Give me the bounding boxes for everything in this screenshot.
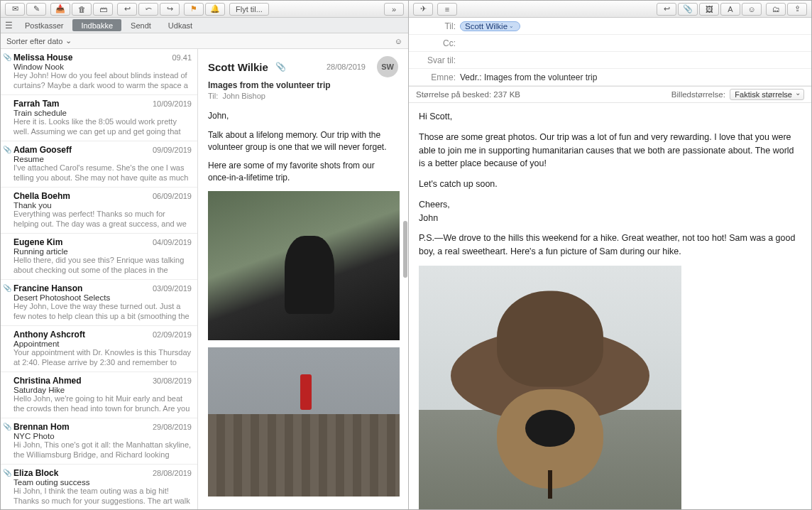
attachment-icon: 📎 bbox=[3, 469, 11, 477]
reading-sender: Scott Wilkie bbox=[208, 61, 268, 73]
avatar: SW bbox=[377, 56, 398, 77]
message-date: 10/09/2019 bbox=[153, 99, 192, 108]
attachment-image-1[interactable] bbox=[208, 191, 400, 340]
format-icon[interactable]: A bbox=[720, 3, 740, 16]
message-date: 09/09/2019 bbox=[153, 146, 192, 154]
mail-icon[interactable]: ✉ bbox=[5, 3, 25, 16]
sidebar-toggle-icon[interactable]: ☰ bbox=[1, 18, 16, 33]
message-date: 06/09/2019 bbox=[153, 192, 192, 200]
send-icon[interactable]: ✈ bbox=[413, 3, 433, 16]
compose-body[interactable]: Hi Scott, Those are some great photos. O… bbox=[409, 103, 811, 509]
compose-icon[interactable]: ✎ bbox=[26, 3, 46, 16]
message-preview: Hi John, I think the team outing was a b… bbox=[13, 487, 192, 506]
message-from: Adam Gooseff bbox=[13, 145, 153, 155]
scrollbar-thumb[interactable] bbox=[403, 221, 407, 278]
message-preview: Here it is. Looks like the 8:05 would wo… bbox=[13, 117, 192, 137]
media-browser-icon[interactable]: 🗂 bbox=[766, 3, 786, 16]
attachment-icon: 📎 bbox=[3, 53, 11, 61]
message-size-value: 237 KB bbox=[493, 90, 520, 99]
message-date: 02/09/2019 bbox=[153, 330, 192, 339]
message-subject: Saturday Hike bbox=[13, 386, 192, 394]
message-row[interactable]: 📎Eliza Block28/08/2019Team outing succes… bbox=[1, 465, 197, 509]
emoji-icon[interactable]: ☺ bbox=[742, 3, 762, 16]
message-row[interactable]: Eugene Kim04/09/2019Running articleHello… bbox=[1, 234, 197, 280]
message-subject: Thank you bbox=[13, 201, 192, 210]
message-subject: Resume bbox=[13, 155, 192, 163]
cc-field[interactable] bbox=[460, 38, 806, 48]
message-preview: Everything was perfect! Thanks so much f… bbox=[13, 210, 192, 229]
image-size-select[interactable]: Faktisk størrelse bbox=[730, 89, 804, 100]
attach-icon[interactable]: 📎 bbox=[678, 3, 698, 16]
subject-field[interactable] bbox=[460, 72, 806, 82]
message-list[interactable]: 📎Melissa House09.41Window NookHey John! … bbox=[1, 49, 198, 509]
message-preview: Hello John, we're going to hit Muir earl… bbox=[13, 394, 192, 414]
message-from: Farrah Tam bbox=[13, 99, 153, 109]
reply-to-label: Svar til: bbox=[415, 55, 460, 65]
message-row[interactable]: 📎Adam Gooseff09/09/2019ResumeI've attach… bbox=[1, 141, 197, 188]
message-subject: Desert Photoshoot Selects bbox=[13, 293, 192, 302]
message-row[interactable]: Christina Ahmed30/08/2019Saturday HikeHe… bbox=[1, 372, 197, 418]
message-preview: I've attached Carol's resume. She's the … bbox=[13, 163, 192, 183]
attachment-icon: 📎 bbox=[3, 423, 11, 430]
message-date: 29/08/2019 bbox=[153, 423, 192, 431]
archive-icon[interactable]: 📥 bbox=[50, 3, 70, 16]
message-row[interactable]: 📎Francine Hanson03/09/2019Desert Photosh… bbox=[1, 280, 197, 326]
mail-toolbar: ✉ ✎ 📥 🗑 🗃 ↩ ⤺ ↪ ⚑ 🔔 Flyt til... » bbox=[1, 1, 408, 18]
message-preview: Your appointment with Dr. Knowles is thi… bbox=[13, 348, 192, 368]
attachment-icon: 📎 bbox=[3, 284, 11, 292]
reading-p1: Talk about a lifelong memory. Our trip w… bbox=[208, 129, 398, 153]
recipient-token[interactable]: Scott Wilkie⌄ bbox=[460, 21, 520, 31]
junk-icon[interactable]: 🗃 bbox=[93, 3, 113, 16]
trash-icon[interactable]: 🗑 bbox=[72, 3, 92, 16]
inline-image-dog[interactable] bbox=[419, 266, 681, 509]
reading-date: 28/08/2019 bbox=[327, 63, 366, 71]
message-from: Brennan Hom bbox=[13, 422, 153, 432]
message-row[interactable]: Chella Boehm06/09/2019Thank youEverythin… bbox=[1, 188, 197, 234]
message-row[interactable]: 📎Brennan Hom29/08/2019NYC PhotoHi John, … bbox=[1, 418, 197, 465]
compose-p1: Those are some great photos. Our trip wa… bbox=[419, 131, 801, 170]
compose-reply-icon[interactable]: ↩ bbox=[657, 3, 676, 16]
forward-icon[interactable]: ↪ bbox=[160, 3, 180, 16]
message-subject: Appointment bbox=[13, 340, 192, 348]
compose-ps: P.S.—We drove to the hills this weekend … bbox=[419, 232, 801, 259]
sort-bar[interactable]: Sorter efter dato ⌄ ☺ bbox=[1, 33, 408, 49]
move-to-dropdown[interactable]: Flyt til... bbox=[229, 3, 269, 16]
message-row[interactable]: Anthony Ashcroft02/09/2019AppointmentYou… bbox=[1, 326, 197, 372]
flag-icon[interactable]: ⚑ bbox=[184, 3, 204, 16]
tab-sendt[interactable]: Sendt bbox=[122, 18, 160, 33]
message-row[interactable]: 📎Melissa House09.41Window NookHey John! … bbox=[1, 49, 197, 95]
header-fields-icon[interactable]: ≡ bbox=[437, 3, 457, 16]
chevron-down-icon: ⌄ bbox=[509, 23, 514, 29]
message-from: Anthony Ashcroft bbox=[13, 330, 153, 340]
compose-signoff-1: Cheers, bbox=[419, 198, 801, 212]
reply-to-field[interactable] bbox=[460, 55, 806, 65]
attachment-image-2[interactable] bbox=[208, 347, 400, 497]
message-preview: Hello there, did you see this? Enrique w… bbox=[13, 256, 192, 276]
message-date: 09.41 bbox=[172, 53, 192, 62]
message-preview: Hey John, Love the way these turned out.… bbox=[13, 302, 192, 322]
tab-postkasser[interactable]: Postkasser bbox=[16, 18, 72, 33]
message-subject: Team outing success bbox=[13, 478, 192, 487]
filter-icon[interactable]: ☺ bbox=[395, 37, 402, 45]
tab-udkast[interactable]: Udkast bbox=[160, 18, 201, 33]
reading-subject: Images from the volunteer trip bbox=[208, 80, 398, 90]
message-from: Francine Hanson bbox=[13, 283, 153, 293]
message-row[interactable]: Farrah Tam10/09/2019Train scheduleHere i… bbox=[1, 95, 197, 141]
message-subject: Window Nook bbox=[13, 63, 192, 71]
message-subject: Train schedule bbox=[13, 109, 192, 117]
share-icon[interactable]: ⇪ bbox=[787, 3, 807, 16]
compose-toolbar: ✈ ≡ ↩ 📎 🖼 A ☺ 🗂 ⇪ bbox=[409, 1, 811, 18]
reply-icon[interactable]: ↩ bbox=[117, 3, 137, 16]
message-size-label: Størrelse på besked: bbox=[416, 90, 491, 99]
message-date: 04/09/2019 bbox=[153, 238, 192, 246]
tab-indbakke[interactable]: Indbakke bbox=[72, 19, 121, 31]
toolbar-expand-icon[interactable]: » bbox=[384, 3, 404, 16]
cc-label: Cc: bbox=[415, 38, 460, 48]
message-subject: Running article bbox=[13, 247, 192, 256]
mute-icon[interactable]: 🔔 bbox=[205, 3, 225, 16]
message-from: Melissa House bbox=[13, 53, 172, 63]
reply-all-icon[interactable]: ⤺ bbox=[138, 3, 158, 16]
mailbox-tabs: ☰ Postkasser Indbakke Sendt Udkast bbox=[1, 18, 408, 33]
photo-icon[interactable]: 🖼 bbox=[699, 3, 719, 16]
message-preview: Hey John! How do you feel about blinds i… bbox=[13, 71, 192, 91]
